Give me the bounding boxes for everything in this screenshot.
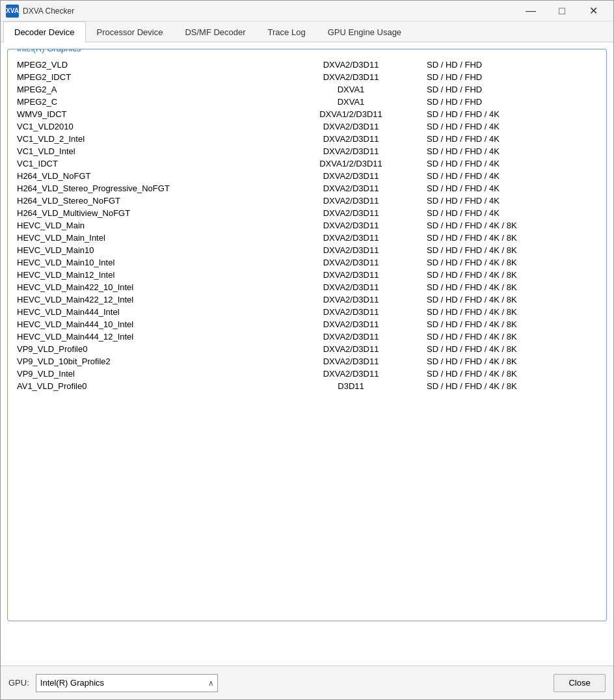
decoder-resolution: SD / HD / FHD / 4K / 8K	[424, 256, 600, 269]
decoder-api: DXVA2/D3D11	[278, 219, 424, 232]
decoder-resolution: SD / HD / FHD	[424, 59, 600, 71]
table-row: MPEG2_VLDDXVA2/D3D11SD / HD / FHD	[14, 59, 600, 71]
decoder-resolution: SD / HD / FHD / 4K / 8K	[424, 281, 600, 293]
tab-trace-log[interactable]: Trace Log	[257, 21, 317, 42]
table-row: MPEG2_IDCTDXVA2/D3D11SD / HD / FHD	[14, 71, 600, 83]
title-bar: XVA DXVA Checker — □ ✕	[1, 1, 613, 21]
table-row: HEVC_VLD_Main422_12_IntelDXVA2/D3D11SD /…	[14, 293, 600, 306]
decoder-resolution: SD / HD / FHD / 4K / 8K	[424, 318, 600, 330]
decoder-resolution: SD / HD / FHD / 4K / 8K	[424, 306, 600, 318]
minimize-button[interactable]: —	[516, 1, 546, 21]
decoder-name: MPEG2_VLD	[14, 59, 278, 71]
decoder-api: DXVA2/D3D11	[278, 281, 424, 293]
decoder-api: DXVA2/D3D11	[278, 120, 424, 133]
decoder-api: DXVA1/2/D3D11	[278, 108, 424, 120]
decoder-resolution: SD / HD / FHD	[424, 83, 600, 96]
decoder-api: DXVA1	[278, 96, 424, 108]
window-close-button[interactable]: ✕	[578, 1, 608, 21]
tab-decoder-device[interactable]: Decoder Device	[3, 21, 86, 42]
tab-dsmf-decoder[interactable]: DS/MF Decoder	[174, 21, 256, 42]
decoder-api: DXVA2/D3D11	[278, 170, 424, 182]
decoder-api: DXVA2/D3D11	[278, 244, 424, 256]
window-title: DXVA Checker	[23, 7, 516, 16]
title-bar-controls: — □ ✕	[516, 1, 608, 21]
table-row: VP9_VLD_IntelDXVA2/D3D11SD / HD / FHD / …	[14, 368, 600, 380]
table-row: MPEG2_ADXVA1SD / HD / FHD	[14, 83, 600, 96]
decoder-resolution: SD / HD / FHD / 4K / 8K	[424, 232, 600, 244]
app-icon: XVA	[6, 5, 19, 18]
table-row: HEVC_VLD_Main444_IntelDXVA2/D3D11SD / HD…	[14, 306, 600, 318]
decoder-name: HEVC_VLD_Main444_12_Intel	[14, 330, 278, 343]
decoder-api: DXVA2/D3D11	[278, 182, 424, 195]
tab-bar: Decoder Device Processor Device DS/MF De…	[1, 21, 613, 42]
decoder-resolution: SD / HD / FHD / 4K	[424, 182, 600, 195]
table-row: VC1_VLD_IntelDXVA2/D3D11SD / HD / FHD / …	[14, 145, 600, 157]
decoder-resolution: SD / HD / FHD / 4K / 8K	[424, 380, 600, 392]
decoder-resolution: SD / HD / FHD / 4K / 8K	[424, 219, 600, 232]
decoder-name: VP9_VLD_Profile0	[14, 343, 278, 355]
decoder-name: HEVC_VLD_Main10_Intel	[14, 256, 278, 269]
bottom-bar: GPU: Intel(R) Graphics ∧ Close	[1, 666, 613, 699]
group-box-label: Intel(R) Graphics	[14, 49, 83, 53]
decoder-name: H264_VLD_Multiview_NoFGT	[14, 207, 278, 219]
table-row: HEVC_VLD_Main12_IntelDXVA2/D3D11SD / HD …	[14, 269, 600, 281]
decoder-resolution: SD / HD / FHD / 4K	[424, 170, 600, 182]
decoder-resolution: SD / HD / FHD / 4K / 8K	[424, 293, 600, 306]
decoder-api: DXVA2/D3D11	[278, 330, 424, 343]
table-row: HEVC_VLD_Main10_IntelDXVA2/D3D11SD / HD …	[14, 256, 600, 269]
decoder-resolution: SD / HD / FHD / 4K	[424, 195, 600, 207]
decoder-resolution: SD / HD / FHD / 4K / 8K	[424, 355, 600, 368]
decoder-name: HEVC_VLD_Main	[14, 219, 278, 232]
decoder-name: H264_VLD_NoFGT	[14, 170, 278, 182]
decoder-name: VC1_VLD2010	[14, 120, 278, 133]
decoder-name: HEVC_VLD_Main_Intel	[14, 232, 278, 244]
decoder-api: DXVA2/D3D11	[278, 232, 424, 244]
table-row: VC1_VLD2010DXVA2/D3D11SD / HD / FHD / 4K	[14, 120, 600, 133]
close-button[interactable]: Close	[554, 674, 606, 692]
decoder-api: DXVA2/D3D11	[278, 133, 424, 145]
decoder-name: HEVC_VLD_Main12_Intel	[14, 269, 278, 281]
decoder-api: DXVA2/D3D11	[278, 306, 424, 318]
table-row: WMV9_IDCTDXVA1/2/D3D11SD / HD / FHD / 4K	[14, 108, 600, 120]
decoder-resolution: SD / HD / FHD / 4K	[424, 120, 600, 133]
decoder-name: MPEG2_A	[14, 83, 278, 96]
decoder-resolution: SD / HD / FHD / 4K / 8K	[424, 269, 600, 281]
table-row: AV1_VLD_Profile0D3D11SD / HD / FHD / 4K …	[14, 380, 600, 392]
tab-gpu-engine-usage[interactable]: GPU Engine Usage	[317, 21, 412, 42]
decoder-api: DXVA1	[278, 83, 424, 96]
decoder-api: DXVA2/D3D11	[278, 207, 424, 219]
decoder-api: DXVA2/D3D11	[278, 59, 424, 71]
decoder-table: MPEG2_VLDDXVA2/D3D11SD / HD / FHDMPEG2_I…	[14, 59, 600, 392]
tab-processor-device[interactable]: Processor Device	[86, 21, 174, 42]
decoder-resolution: SD / HD / FHD	[424, 96, 600, 108]
decoder-name: VC1_VLD_Intel	[14, 145, 278, 157]
table-row: HEVC_VLD_MainDXVA2/D3D11SD / HD / FHD / …	[14, 219, 600, 232]
decoder-name: HEVC_VLD_Main10	[14, 244, 278, 256]
decoder-api: D3D11	[278, 380, 424, 392]
decoder-resolution: SD / HD / FHD / 4K	[424, 145, 600, 157]
decoder-api: DXVA2/D3D11	[278, 71, 424, 83]
maximize-button[interactable]: □	[547, 1, 577, 21]
gpu-select[interactable]: Intel(R) Graphics	[36, 674, 218, 692]
decoder-resolution: SD / HD / FHD / 4K	[424, 108, 600, 120]
table-row: VP9_VLD_Profile0DXVA2/D3D11SD / HD / FHD…	[14, 343, 600, 355]
decoder-resolution: SD / HD / FHD / 4K	[424, 133, 600, 145]
decoder-api: DXVA2/D3D11	[278, 343, 424, 355]
table-row: MPEG2_CDXVA1SD / HD / FHD	[14, 96, 600, 108]
table-row: VC1_IDCTDXVA1/2/D3D11SD / HD / FHD / 4K	[14, 157, 600, 170]
decoder-resolution: SD / HD / FHD / 4K / 8K	[424, 368, 600, 380]
decoder-resolution: SD / HD / FHD / 4K / 8K	[424, 244, 600, 256]
table-row: VP9_VLD_10bit_Profile2DXVA2/D3D11SD / HD…	[14, 355, 600, 368]
decoder-name: MPEG2_IDCT	[14, 71, 278, 83]
decoder-name: HEVC_VLD_Main444_10_Intel	[14, 318, 278, 330]
main-window: XVA DXVA Checker — □ ✕ Decoder Device Pr…	[0, 0, 614, 700]
table-row: H264_VLD_Stereo_NoFGTDXVA2/D3D11SD / HD …	[14, 195, 600, 207]
decoder-name: MPEG2_C	[14, 96, 278, 108]
table-row: HEVC_VLD_Main444_12_IntelDXVA2/D3D11SD /…	[14, 330, 600, 343]
table-row: VC1_VLD_2_IntelDXVA2/D3D11SD / HD / FHD …	[14, 133, 600, 145]
content-area: Intel(R) Graphics MPEG2_VLDDXVA2/D3D11SD…	[1, 42, 613, 666]
decoder-api: DXVA2/D3D11	[278, 368, 424, 380]
decoder-resolution: SD / HD / FHD / 4K	[424, 157, 600, 170]
decoder-name: HEVC_VLD_Main422_10_Intel	[14, 281, 278, 293]
table-row: HEVC_VLD_Main444_10_IntelDXVA2/D3D11SD /…	[14, 318, 600, 330]
